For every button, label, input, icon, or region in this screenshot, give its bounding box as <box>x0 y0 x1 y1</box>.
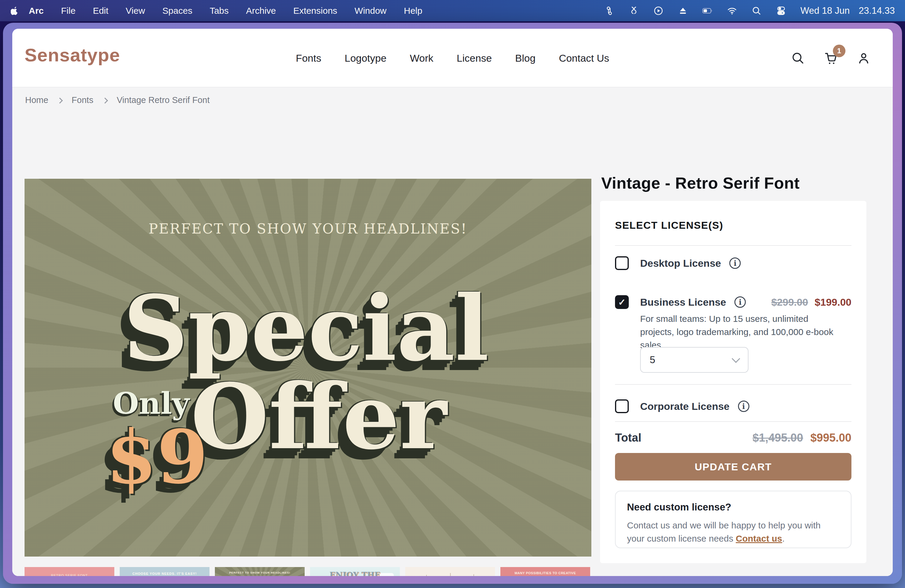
nav-item-license[interactable]: License <box>457 52 492 64</box>
annotation-line <box>450 573 451 576</box>
corporate-license-row: Corporate License i <box>615 397 851 415</box>
menu-item-tabs[interactable]: Tabs <box>201 6 237 16</box>
annotation-line <box>426 575 427 576</box>
thumbnail-adventure-van[interactable]: ENJOY THE ADVENTURE explore everything a… <box>310 567 400 576</box>
annotation-line <box>473 574 474 576</box>
browser-window: Sensatype Fonts Logotype Work License Bl… <box>3 23 902 584</box>
thumb1-top-text: RETRO SERIF FONT <box>25 574 114 576</box>
play-circle-status-icon[interactable] <box>653 5 664 16</box>
desktop-license-row: Desktop License i <box>615 254 851 272</box>
thumb2-title: CHOOSE YOUR NEEDS. IT'S EASY! <box>120 572 210 575</box>
info-icon[interactable]: i <box>729 257 741 269</box>
ribbon-status-icon[interactable] <box>629 5 639 16</box>
desktop-license-checkbox[interactable] <box>615 256 629 270</box>
update-cart-button[interactable]: UPDATE CART <box>615 453 851 480</box>
wifi-icon[interactable] <box>727 5 737 16</box>
macos-menu-bar: Arc File Edit View Spaces Tabs Archive E… <box>0 0 905 21</box>
divider <box>615 245 851 246</box>
product-preview-image[interactable]: PERFECT TO SHOW YOUR HEADLINES! Special … <box>25 179 591 556</box>
product-title: Vintage - Retro Serif Font <box>601 174 800 192</box>
chevron-right-icon <box>57 98 63 103</box>
hero-price: $9 <box>106 421 208 494</box>
menu-item-archive[interactable]: Archive <box>237 6 284 16</box>
desktop-license-label: Desktop License <box>640 257 721 269</box>
hero-word-offer: Offer <box>191 372 447 462</box>
spotlight-search-icon[interactable] <box>751 5 762 16</box>
hero-word-special: Special <box>123 283 489 373</box>
info-icon[interactable]: i <box>738 400 749 412</box>
business-license-checkbox[interactable]: ✓ <box>615 295 629 309</box>
business-license-label: Business License <box>640 296 726 308</box>
thumbnail-fun-day[interactable]: CHOOSE YOUR NEEDS. IT'S EASY! fun day fu… <box>120 567 210 576</box>
main-nav: Fonts Logotype Work License Blog Contact… <box>12 29 893 87</box>
control-center-icon[interactable] <box>776 5 786 16</box>
thumbnail-style-comparison[interactable]: MANY POSSIBILITIES TO CREATIVE Amanda » … <box>500 567 590 576</box>
breadcrumb-fonts[interactable]: Fonts <box>71 95 94 105</box>
menu-item-help[interactable]: Help <box>395 6 431 16</box>
menu-item-spaces[interactable]: Spaces <box>154 6 201 16</box>
page-main: Home Fonts Vintage Retro Serif Font PERF… <box>12 87 893 576</box>
custom-license-body: Contact us and we will be happy to help … <box>627 519 840 545</box>
web-page: Sensatype Fonts Logotype Work License Bl… <box>12 29 893 576</box>
seat-count-select[interactable]: 5 <box>640 347 748 373</box>
custom-license-text: Contact us and we will be happy to help … <box>627 520 821 544</box>
seat-count-value: 5 <box>650 354 655 366</box>
custom-license-card: Need custom license? Contact us and we w… <box>615 491 851 548</box>
business-original-price: $299.00 <box>771 296 808 308</box>
desktop: Arc File Edit View Spaces Tabs Archive E… <box>0 0 905 588</box>
divider <box>615 384 851 385</box>
cart-icon[interactable]: 1 <box>824 51 838 65</box>
eject-icon[interactable] <box>678 5 688 16</box>
business-license-row: ✓ Business License i $299.00 $199.00 <box>615 293 851 311</box>
license-selection-card: SELECT LICENSE(S) Desktop License i ✓ Bu… <box>600 201 866 563</box>
nav-item-work[interactable]: Work <box>410 52 433 64</box>
site-header: Sensatype Fonts Logotype Work License Bl… <box>12 29 893 87</box>
nav-item-contact-us[interactable]: Contact Us <box>559 52 609 64</box>
cart-badge: 1 <box>833 44 845 57</box>
menu-item-edit[interactable]: Edit <box>84 6 117 16</box>
search-icon[interactable] <box>791 51 805 65</box>
custom-license-title: Need custom license? <box>627 502 840 513</box>
select-license-heading: SELECT LICENSE(S) <box>615 219 723 231</box>
info-icon[interactable]: i <box>734 296 746 308</box>
thumb6-title: MANY POSSIBILITIES TO CREATIVE <box>500 571 590 575</box>
menu-item-extensions[interactable]: Extensions <box>284 6 346 16</box>
corporate-license-label: Corporate License <box>640 400 730 412</box>
chevron-right-icon <box>102 98 108 103</box>
account-icon[interactable] <box>857 51 870 65</box>
corporate-license-checkbox[interactable] <box>615 399 629 413</box>
breadcrumb: Home Fonts Vintage Retro Serif Font <box>25 95 210 105</box>
thumbnail-vintage-pink[interactable]: RETRO SERIF FONT Vintage BY SENSATYPE <box>25 567 114 576</box>
menu-item-view[interactable]: View <box>117 6 154 16</box>
contact-us-link[interactable]: Contact us <box>736 534 782 544</box>
chevron-down-icon <box>732 354 740 363</box>
menu-item-window[interactable]: Window <box>346 6 395 16</box>
menu-bar-clock[interactable]: Wed 18 Jun 23.14.33 <box>800 5 895 16</box>
apple-menu-icon[interactable] <box>11 6 26 15</box>
clock-time: 23.14.33 <box>859 5 895 16</box>
keys-status-icon[interactable] <box>604 5 615 16</box>
thumbnail-vintage-anatomy[interactable]: vintage <box>405 567 495 576</box>
divider <box>615 421 851 422</box>
custom-license-text-end: . <box>782 534 785 544</box>
total-row: Total $1,495.00 $995.00 <box>615 431 851 444</box>
thumb4-title: ENJOY THE ADVENTURE <box>310 571 400 576</box>
hero-headline: PERFECT TO SHOW YOUR HEADLINES! <box>25 221 591 237</box>
thumbnail-special-offer[interactable]: PERFECT TO SHOW YOUR HEADLINES! Special … <box>215 567 305 576</box>
nav-item-fonts[interactable]: Fonts <box>296 52 321 64</box>
battery-icon[interactable] <box>702 5 713 16</box>
total-original-price: $1,495.00 <box>753 431 803 444</box>
business-sale-price: $199.00 <box>814 296 851 308</box>
total-sale-price: $995.00 <box>810 431 851 444</box>
menu-app-name[interactable]: Arc <box>26 6 52 16</box>
nav-item-blog[interactable]: Blog <box>515 52 535 64</box>
hero-only-label: Only <box>113 388 189 418</box>
total-label: Total <box>615 431 641 444</box>
menu-item-file[interactable]: File <box>52 6 84 16</box>
clock-date: Wed 18 Jun <box>800 5 849 16</box>
nav-item-logotype[interactable]: Logotype <box>345 52 386 64</box>
thumb3-headline: PERFECT TO SHOW YOUR HEADLINES! <box>215 571 305 574</box>
breadcrumb-current: Vintage Retro Serif Font <box>117 95 210 105</box>
business-license-description: For small teams: Up to 15 users, unlimit… <box>640 312 844 351</box>
breadcrumb-home[interactable]: Home <box>25 95 48 105</box>
